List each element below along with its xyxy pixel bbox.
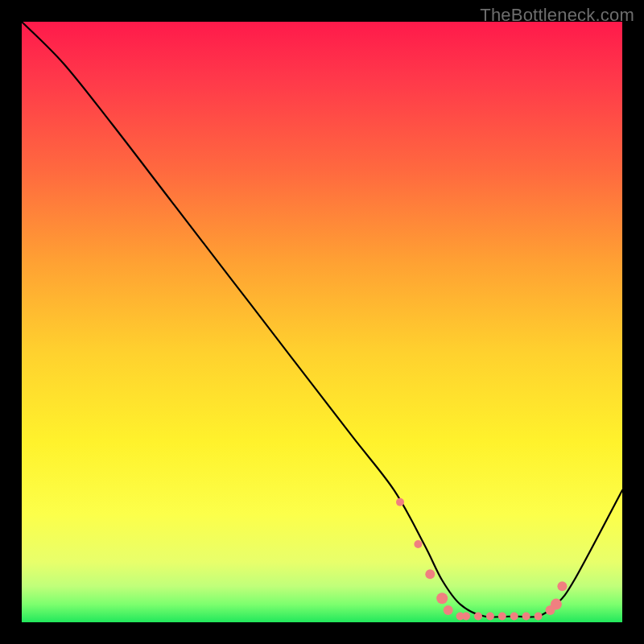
curve-marker [462, 613, 470, 621]
curve-marker [557, 581, 567, 591]
curve-marker [551, 599, 562, 610]
curve-marker [486, 613, 494, 621]
curve-marker [522, 613, 530, 621]
curve-marker [436, 592, 448, 604]
curve-marker [425, 569, 435, 579]
chart-stage: TheBottleneck.com [0, 0, 644, 644]
curve-markers [396, 498, 567, 621]
chart-svg [22, 22, 622, 622]
curve-marker [444, 605, 453, 615]
curve-marker [535, 613, 543, 621]
curve-marker [396, 498, 404, 506]
curve-layer [22, 22, 622, 617]
curve-marker [474, 613, 482, 621]
bottleneck-curve [22, 22, 622, 617]
watermark-text: TheBottleneck.com [480, 5, 634, 26]
curve-marker [498, 613, 506, 621]
curve-marker [414, 540, 422, 548]
curve-marker [510, 613, 518, 621]
